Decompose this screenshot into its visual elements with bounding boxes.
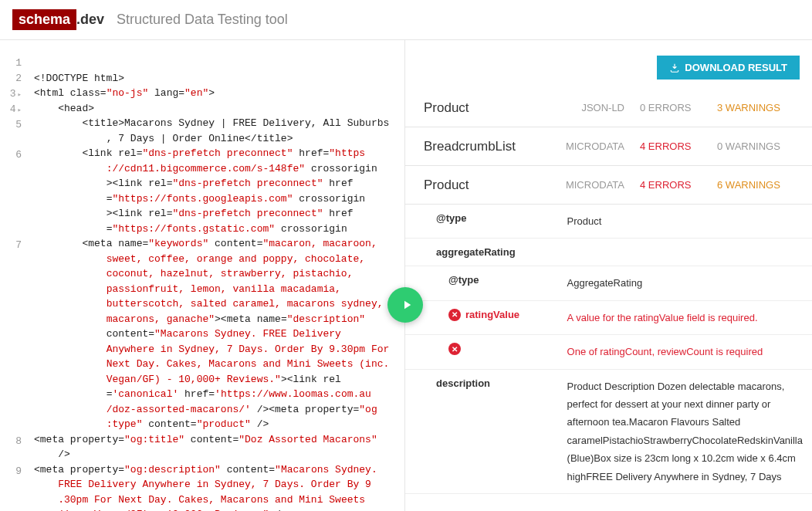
detail-value: [558, 239, 812, 266]
detail-value: Product Description Dozen delectable mac…: [558, 369, 812, 493]
detail-key: ratingValue: [405, 300, 558, 334]
detail-row: ratingValueA value for the ratingValue f…: [405, 300, 812, 334]
error-icon: [448, 309, 461, 321]
result-warnings: 3 WARNINGS: [717, 102, 794, 113]
detail-value: Product: [558, 205, 812, 239]
code-content[interactable]: <!DOCTYPE html><html class="no-js" lang=…: [28, 56, 404, 511]
detail-key: @type: [405, 266, 558, 300]
detail-key: description: [405, 369, 558, 493]
result-errors: 4 ERRORS: [640, 140, 702, 152]
result-format: JSON-LD: [555, 102, 624, 113]
download-label: DOWNLOAD RESULT: [685, 62, 787, 73]
result-type: BreadcrumbList: [424, 139, 540, 154]
result-warnings: 6 WARNINGS: [717, 179, 794, 191]
results-list: Product JSON-LD 0 ERRORS 3 WARNINGS Brea…: [405, 89, 812, 205]
detail-value: AggregateRating: [558, 266, 812, 300]
play-icon: [400, 298, 414, 312]
results-panel: DOWNLOAD RESULT Product JSON-LD 0 ERRORS…: [405, 40, 812, 511]
result-errors: 4 ERRORS: [640, 179, 702, 191]
logo-schema: schema: [12, 9, 76, 30]
result-warnings: 0 WARNINGS: [717, 140, 794, 152]
result-group[interactable]: Product JSON-LD 0 ERRORS 3 WARNINGS: [405, 89, 812, 127]
error-icon: [448, 343, 461, 355]
run-button[interactable]: [387, 287, 423, 323]
detail-value: A value for the ratingValue field is req…: [558, 300, 812, 334]
detail-value: One of ratingCount, reviewCount is requi…: [558, 335, 812, 369]
detail-row: @typeProduct: [405, 205, 812, 239]
result-group[interactable]: BreadcrumbList MICRODATA 4 ERRORS 0 WARN…: [405, 127, 812, 166]
detail-key: aggregateRating: [405, 239, 558, 266]
detail-key: @type: [405, 205, 558, 239]
detail-key: [405, 335, 558, 369]
app-title: Structured Data Testing tool: [117, 12, 288, 28]
app-header: schema.dev Structured Data Testing tool: [0, 0, 812, 40]
logo-dev: .dev: [76, 12, 104, 28]
code-editor[interactable]: 123456789101112 <!DOCTYPE html><html cla…: [0, 56, 404, 511]
detail-row: descriptionProduct Description Dozen del…: [405, 369, 812, 493]
download-result-button[interactable]: DOWNLOAD RESULT: [657, 56, 800, 80]
result-format: MICRODATA: [555, 179, 624, 191]
code-panel: 123456789101112 <!DOCTYPE html><html cla…: [0, 40, 405, 511]
detail-row: One of ratingCount, reviewCount is requi…: [405, 335, 812, 369]
result-format: MICRODATA: [555, 140, 624, 152]
download-icon: [669, 63, 680, 73]
result-errors: 0 ERRORS: [640, 102, 702, 113]
detail-row: aggregateRating: [405, 239, 812, 266]
result-group[interactable]: Product MICRODATA 4 ERRORS 6 WARNINGS: [405, 166, 812, 205]
result-type: Product: [424, 178, 540, 193]
line-gutter: 123456789101112: [0, 56, 28, 511]
result-detail-table: @typeProductaggregateRating@typeAggregat…: [405, 205, 812, 494]
result-type: Product: [424, 100, 540, 116]
detail-row: @typeAggregateRating: [405, 266, 812, 300]
